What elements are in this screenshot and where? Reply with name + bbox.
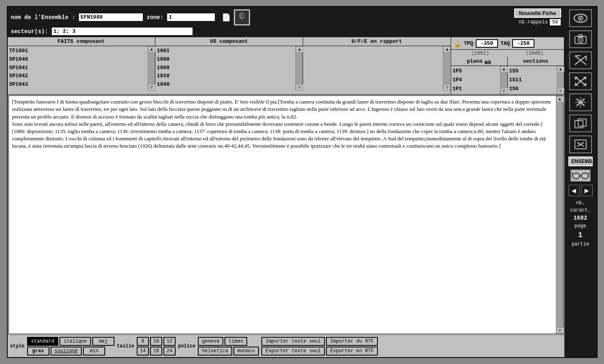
prev-btn[interactable]: ◀ (568, 185, 580, 196)
expand-icon-btn[interactable] (569, 72, 592, 90)
plans-scrollbar[interactable]: ▲ ▽ (500, 66, 507, 94)
importer-rtf-btn[interactable]: Importer du RTF (326, 337, 378, 346)
cross-icon-btn[interactable] (569, 93, 592, 111)
us-scrollbar[interactable]: ▲ ▽ (295, 46, 303, 91)
style-label: style (10, 343, 25, 349)
scroll-up-btn[interactable]: ▲ (557, 66, 564, 72)
taille-label: taille (117, 343, 134, 349)
style-maj-btn[interactable]: maj (92, 337, 114, 346)
taille-14-btn[interactable]: 14 (137, 347, 149, 356)
zone-input[interactable] (167, 13, 215, 21)
secteur-input[interactable] (51, 27, 193, 36)
sections-list: 1S5 1S11 1S6 (508, 66, 557, 94)
style-gras-btn[interactable]: gras (27, 347, 49, 356)
text-scroll-up[interactable]: ▲ (556, 96, 564, 102)
ensemb-button[interactable]: ENSEMB. (568, 157, 593, 166)
exporter-texte-btn[interactable]: Exporter texte seul (261, 347, 325, 356)
text-section: [Tempietto funerario I di forma quadrang… (8, 95, 564, 334)
style-standard-btn[interactable]: standard (27, 337, 59, 346)
list-item[interactable]: 1009 (157, 64, 294, 72)
list-item[interactable]: TF1001 (9, 47, 146, 55)
list-item[interactable]: 1001 (157, 47, 294, 55)
taq-value: -250 (512, 39, 534, 48)
scroll-up-btn[interactable]: ▲ (500, 66, 508, 72)
nb-caract-value: 1682 (566, 214, 595, 222)
next-btn[interactable]: ▶ (581, 185, 593, 196)
svg-point-2 (580, 17, 581, 19)
scroll-up-btn[interactable]: ▲ (296, 46, 303, 53)
faits-scrollbar[interactable]: ▲ ▽ (148, 46, 155, 91)
list-item[interactable]: 1P4 (453, 76, 498, 85)
list-item[interactable]: 1S5 (509, 67, 555, 76)
list-item[interactable]: 1010 (157, 72, 294, 80)
police-monaco-btn[interactable]: monaco (233, 347, 259, 356)
list-item[interactable]: SP1040 (9, 55, 146, 64)
col3-header: U/F/E en rapport (303, 37, 450, 46)
us-list: 1001 1008 1009 1010 1040 (155, 46, 295, 91)
ensemble-input[interactable] (78, 13, 143, 21)
list-item[interactable]: 1S6 (509, 85, 555, 93)
scroll-track (296, 53, 303, 84)
nb-rappels-value: 50 (549, 19, 561, 26)
scroll-track (557, 72, 564, 88)
style-min-btn[interactable]: min (83, 347, 105, 356)
scroll-down-btn[interactable]: ▽ (557, 88, 564, 94)
style-italique-btn[interactable]: italique (59, 337, 91, 346)
police-helvetica-btn[interactable]: helvetica (198, 347, 232, 356)
scroll-up-btn[interactable]: ▲ (443, 46, 451, 53)
text-scroll-down[interactable]: ▽ (556, 327, 564, 334)
exporter-rtf-btn[interactable]: Exporter en RTF (326, 347, 378, 356)
scroll-down-btn[interactable]: ▽ (443, 84, 451, 91)
list-item[interactable]: SP1042 (9, 72, 146, 80)
importer-texte-btn[interactable]: Importer texte seul (261, 337, 325, 346)
scroll-down-btn[interactable]: ▽ (148, 84, 155, 91)
copy-icon-btn[interactable] (569, 114, 592, 132)
taille-24-btn[interactable]: 24 (163, 347, 176, 356)
list-item[interactable]: 1008 (157, 55, 294, 64)
nouvelle-fiche-button[interactable]: Nouvelle Fiche (514, 8, 561, 18)
camera-icon-btn[interactable] (569, 30, 592, 48)
list-item[interactable]: 1P5 (453, 67, 498, 76)
scissors-icon-btn[interactable] (569, 51, 592, 69)
nb-rappels-label: nb.rappels (519, 19, 548, 25)
ufe-col: ▲ ▽ (303, 46, 450, 91)
ufe-scrollbar[interactable]: ▲ ▽ (443, 46, 450, 91)
svg-line-29 (571, 172, 572, 174)
partie-label: partie (566, 241, 595, 248)
taille-group: 9 10 12 14 18 24 (137, 337, 176, 356)
sections-scrollbar[interactable]: ▲ ▽ (557, 66, 564, 94)
style-souligne-btn[interactable]: souligné (51, 347, 82, 356)
plans-list: 1P5 1P4 1P1 (451, 66, 500, 94)
delete-icon-btn[interactable] (569, 135, 592, 153)
taille-12-btn[interactable]: 12 (163, 337, 176, 346)
svg-line-30 (589, 172, 589, 174)
glasses-icon[interactable] (570, 169, 591, 182)
plans-sections-header: plans 📷 sections (451, 57, 564, 66)
table-headers: FAITS composant US composant U/F/E en ra… (8, 37, 451, 46)
list-item[interactable]: 1040 (157, 80, 294, 89)
list-item[interactable]: 1P1 (453, 85, 498, 93)
svg-rect-21 (575, 121, 583, 128)
scroll-up-btn[interactable]: ▲ (148, 46, 155, 53)
sections-header: sections (508, 57, 564, 66)
list-item[interactable]: 1S11 (509, 76, 555, 85)
text-scrollbar[interactable]: ▲ ▽ (556, 96, 563, 334)
taille-9-btn[interactable]: 9 (137, 337, 149, 346)
taille-18-btn[interactable]: 18 (150, 347, 162, 356)
scroll-down-btn[interactable]: ▽ (500, 88, 508, 94)
ufe-list (303, 46, 443, 91)
list-item[interactable]: SP1041 (9, 64, 146, 72)
scroll-down-btn[interactable]: ▽ (296, 84, 303, 91)
police-times-btn[interactable]: times (225, 337, 247, 346)
taille-10-btn[interactable]: 10 (150, 337, 162, 346)
eye-icon-btn[interactable] (569, 9, 592, 27)
text-content[interactable]: [Tempietto funerario I di forma quadrang… (9, 96, 556, 334)
table-body: TF1001 SP1040 SP1041 SP1042 SP1043 ▲ ▽ (8, 46, 451, 91)
list-item[interactable]: SP1043 (9, 80, 146, 89)
header: nom de l'Ensemble : zone: 📄 © Nouvelle F… (8, 7, 564, 37)
tpq-taq-area: 🔒 TPQ -350 TAQ -250 (1061) (1040) plans … (451, 37, 564, 94)
faits-list: TF1001 SP1040 SP1041 SP1042 SP1043 (8, 46, 148, 91)
tpq-sub: (1061) (472, 51, 489, 56)
police-geneva-btn[interactable]: geneva (198, 337, 223, 346)
style-group: standard italique maj gras souligné min (27, 337, 114, 356)
